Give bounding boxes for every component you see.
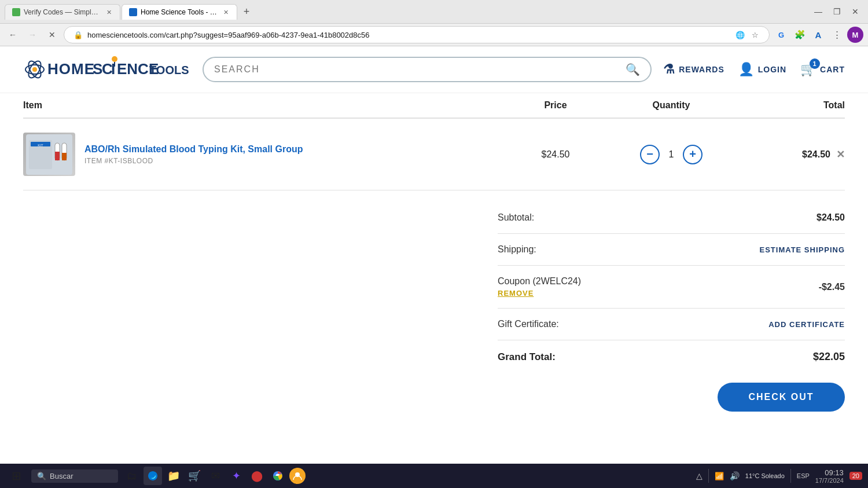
restore-button[interactable]: ❐ [829, 3, 845, 20]
qty-value: 1 [660, 149, 683, 160]
tab-favicon-2 [129, 8, 137, 16]
toolbar-icons: G 🧩 A ⋮ M [773, 27, 863, 43]
rewards-button[interactable]: ⚗ REWARDS [663, 62, 724, 77]
search-icon: 🔍 [626, 63, 640, 76]
cart-table-header: Item Price Quantity Total [23, 93, 845, 119]
login-button[interactable]: 👤 LOGIN [738, 62, 786, 77]
browser-chrome: Verify Codes — SimplyCodes ✕ Home Scienc… [0, 0, 868, 24]
close-window-button[interactable]: ✕ [847, 3, 863, 20]
cart-badge: 🛒 1 [800, 62, 816, 77]
svg-rect-17 [55, 152, 60, 160]
coupon-discount: -$2.45 [819, 282, 845, 292]
subtotal-row: Subtotal: $24.50 [498, 202, 845, 234]
browser-tabs: Verify Codes — SimplyCodes ✕ Home Scienc… [5, 3, 255, 20]
profile-button[interactable]: M [847, 27, 863, 43]
logo-svg: HOME S C I ENCE TOOLS [23, 52, 191, 87]
item-details: ABO/Rh Simulated Blood Typing Kit, Small… [84, 144, 303, 165]
remove-coupon-link[interactable]: REMOVE [498, 289, 581, 298]
secure-icon: 🔒 [72, 29, 84, 41]
svg-point-0 [32, 67, 37, 72]
header-actions: ⚗ REWARDS 👤 LOGIN 🛒 1 CART [663, 62, 845, 77]
quantity-control: − 1 + [613, 145, 729, 164]
checkout-section: CHECK OUT [23, 383, 845, 412]
gift-certificate-row: Gift Certificate: ADD CERTIFICATE [498, 309, 845, 340]
rewards-label: REWARDS [679, 65, 724, 74]
page-content: HOME S C I ENCE TOOLS 🔍 ⚗ REWARDS 👤 [0, 46, 868, 435]
decrease-qty-button[interactable]: − [640, 145, 660, 164]
grand-total-label: Grand Total: [498, 351, 556, 363]
new-tab-button[interactable]: + [238, 3, 255, 20]
address-bar-icons: 🌐 ☆ [734, 29, 761, 41]
cart-button[interactable]: 🛒 1 CART [800, 62, 845, 77]
gift-certificate-label: Gift Certificate: [498, 319, 559, 329]
item-total: $24.50 ✕ [729, 148, 845, 161]
tab-close-1[interactable]: ✕ [105, 8, 113, 17]
minimize-button[interactable]: — [810, 3, 826, 20]
translate-btn[interactable]: G [773, 27, 789, 43]
cart-area: Item Price Quantity Total KIT [0, 93, 868, 435]
tab-title-2: Home Science Tools - Shoppin... [141, 8, 219, 16]
summary-area: Subtotal: $24.50 Shipping: ESTIMATE SHIP… [23, 202, 845, 373]
login-icon: 👤 [738, 62, 755, 77]
coupon-block: Coupon (2WELC24) REMOVE [498, 276, 581, 298]
reload-button[interactable]: ✕ [44, 27, 60, 43]
rewards-icon: ⚗ [663, 62, 675, 77]
svg-text:TOOLS: TOOLS [149, 64, 189, 76]
extensions-icon[interactable]: 🧩 [792, 27, 808, 43]
increase-qty-button[interactable]: + [683, 145, 703, 164]
subtotal-value: $24.50 [816, 212, 845, 223]
col-qty-header: Quantity [613, 100, 729, 111]
url-display: homesciencetools.com/cart.php?suggest=95… [87, 31, 731, 39]
estimate-shipping-link[interactable]: ESTIMATE SHIPPING [760, 245, 845, 254]
svg-text:KIT: KIT [38, 144, 43, 147]
coupon-label: Coupon (2WELC24) [498, 276, 581, 287]
checkout-button[interactable]: CHECK OUT [718, 383, 845, 412]
forward-button[interactable]: → [24, 27, 41, 43]
add-certificate-link[interactable]: ADD CERTIFICATE [768, 320, 845, 329]
search-input[interactable] [214, 64, 620, 75]
summary-table: Subtotal: $24.50 Shipping: ESTIMATE SHIP… [498, 202, 845, 373]
grand-total-row: Grand Total: $22.05 [498, 340, 845, 373]
cart-count: 1 [810, 58, 820, 69]
item-name[interactable]: ABO/Rh Simulated Blood Typing Kit, Small… [84, 144, 303, 155]
table-row: KIT ABO/Rh Simulated Blood Typing Kit, S… [23, 119, 845, 190]
menu-button[interactable]: ⋮ [829, 27, 845, 43]
col-price-header: Price [498, 100, 613, 111]
translate-icon[interactable]: 🌐 [734, 29, 746, 41]
login-label: LOGIN [758, 65, 786, 74]
tab-favicon-1 [12, 8, 20, 16]
back-button[interactable]: ← [5, 27, 21, 43]
col-total-header: Total [729, 100, 845, 111]
item-image: KIT [23, 133, 75, 176]
grand-total-value: $22.05 [813, 351, 845, 363]
item-price: $24.50 [498, 149, 613, 160]
remove-item-button[interactable]: ✕ [836, 148, 845, 161]
item-sku: ITEM #KT-ISBLOOD [84, 157, 303, 165]
svg-text:S: S [93, 60, 102, 78]
tab-close-2[interactable]: ✕ [223, 8, 230, 17]
site-header: HOME S C I ENCE TOOLS 🔍 ⚗ REWARDS 👤 [0, 46, 868, 93]
col-item-header: Item [23, 100, 498, 111]
shipping-row: Shipping: ESTIMATE SHIPPING [498, 234, 845, 266]
star-icon[interactable]: ☆ [749, 29, 761, 41]
item-info: KIT ABO/Rh Simulated Blood Typing Kit, S… [23, 133, 498, 176]
bitwarden-icon[interactable]: A [810, 27, 826, 43]
site-logo[interactable]: HOME S C I ENCE TOOLS [23, 52, 191, 87]
item-total-value: $24.50 [802, 149, 830, 160]
cart-label: CART [820, 65, 845, 74]
address-bar-row: ← → ✕ 🔒 homesciencetools.com/cart.php?su… [0, 24, 868, 46]
shipping-label: Shipping: [498, 244, 536, 255]
tab-verifycodes[interactable]: Verify Codes — SimplyCodes ✕ [5, 4, 120, 20]
search-bar[interactable]: 🔍 [203, 57, 652, 82]
tab-title-1: Verify Codes — SimplyCodes [24, 8, 101, 16]
subtotal-label: Subtotal: [498, 212, 534, 223]
coupon-row: Coupon (2WELC24) REMOVE -$2.45 [498, 266, 845, 309]
tab-homesciencetools[interactable]: Home Science Tools - Shoppin... ✕ [122, 4, 237, 20]
svg-text:HOME: HOME [47, 60, 95, 78]
address-bar[interactable]: 🔒 homesciencetools.com/cart.php?suggest=… [64, 26, 770, 43]
svg-rect-19 [62, 153, 67, 160]
